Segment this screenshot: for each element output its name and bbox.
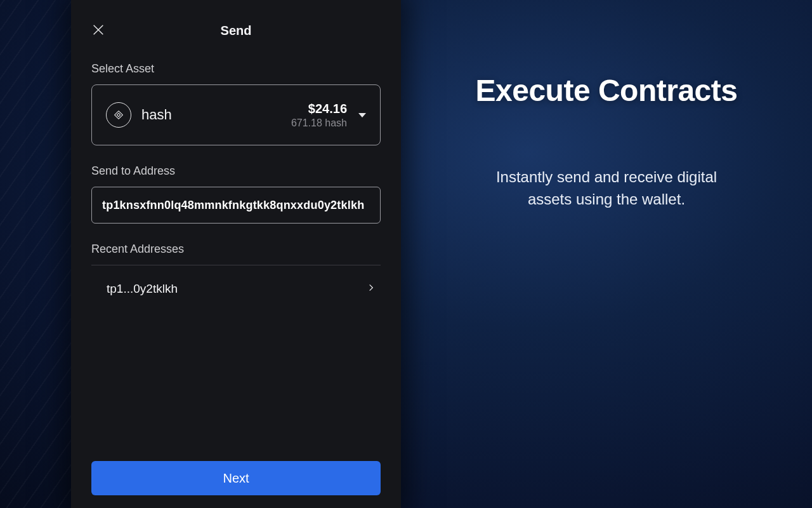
close-icon <box>91 23 105 37</box>
panel-title: Send <box>221 23 252 38</box>
hash-asset-icon <box>106 102 131 128</box>
close-button[interactable] <box>91 23 105 39</box>
chevron-right-icon <box>367 283 376 295</box>
asset-usd-value: $24.16 <box>291 102 347 116</box>
asset-selector[interactable]: hash $24.16 671.18 hash <box>91 84 381 145</box>
panel-header: Send <box>91 20 381 41</box>
recipient-address-input[interactable] <box>91 187 381 224</box>
next-button[interactable]: Next <box>91 461 381 495</box>
recent-address-short: tp1...0y2tklkh <box>107 282 178 296</box>
asset-values: $24.16 671.18 hash <box>291 102 347 129</box>
svg-rect-2 <box>115 111 123 119</box>
recent-addresses-section: Recent Addresses tp1...0y2tklkh <box>91 243 381 312</box>
promo-title: Execute Contracts <box>476 73 738 108</box>
select-asset-label: Select Asset <box>91 62 381 76</box>
recent-addresses-label: Recent Addresses <box>91 243 381 256</box>
asset-name: hash <box>141 107 291 123</box>
send-to-label: Send to Address <box>91 164 381 178</box>
send-panel: Send Select Asset hash $24.16 671.18 has… <box>71 0 401 508</box>
svg-rect-3 <box>117 113 120 116</box>
asset-balance: 671.18 hash <box>291 117 347 129</box>
chevron-down-icon <box>358 113 366 117</box>
recent-address-item[interactable]: tp1...0y2tklkh <box>91 265 381 312</box>
promo-panel: Execute Contracts Instantly send and rec… <box>401 0 812 508</box>
promo-subtitle: Instantly send and receive digital asset… <box>473 166 740 211</box>
